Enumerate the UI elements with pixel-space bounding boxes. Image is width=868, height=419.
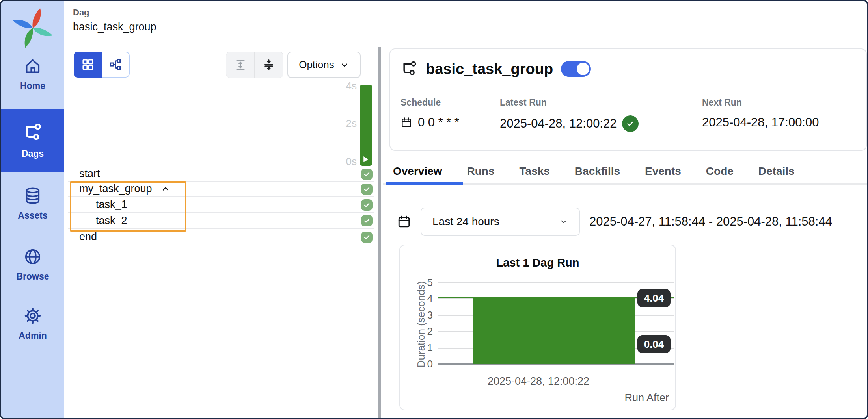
y-axis-spine: [438, 282, 438, 364]
dag-icon: [22, 122, 43, 143]
task-row-task-1[interactable]: task_1: [68, 197, 374, 213]
task-row-end[interactable]: end: [68, 229, 374, 245]
sidebar-item-assets[interactable]: Assets: [1, 172, 64, 235]
schedule-value: 0 0 * * *: [418, 115, 459, 130]
y-tick: 2: [413, 325, 433, 337]
task-state-success-icon[interactable]: [361, 199, 373, 211]
time-range-selected: Last 24 hours: [432, 215, 499, 228]
grid-view-button[interactable]: [74, 52, 102, 78]
sidebar-item-label: Admin: [19, 330, 47, 341]
graph-icon: [109, 58, 123, 71]
chevron-up-icon: [161, 184, 170, 194]
duration-axis-2s: 2s: [321, 117, 357, 130]
y-tick: 1: [413, 342, 433, 354]
task-row-my-task-group[interactable]: my_task_group: [68, 182, 374, 197]
task-state-success-icon[interactable]: [361, 169, 373, 180]
latest-run-value[interactable]: 2025-04-28, 12:00:22: [500, 117, 617, 131]
chart-legend: Run After: [624, 392, 669, 404]
expand-vertical-icon: [234, 59, 247, 71]
collapse-group-caret[interactable]: [161, 184, 170, 194]
gear-icon: [24, 307, 42, 325]
latest-run-label: Latest Run: [500, 97, 547, 108]
graph-view-button[interactable]: [102, 52, 130, 78]
y-tick: 3: [413, 309, 433, 321]
tab-details[interactable]: Details: [758, 165, 795, 178]
gridline: [438, 282, 674, 283]
task-name: end: [68, 231, 97, 243]
sidebar-item-label: Dags: [22, 148, 44, 159]
sidebar-item-label: Home: [20, 81, 45, 91]
breadcrumb: Dag: [73, 7, 89, 18]
task-state-success-icon[interactable]: [361, 184, 373, 195]
queued-duration-value-chip: 0.04: [637, 335, 671, 353]
home-icon: [24, 57, 42, 75]
task-name: task_1: [68, 198, 127, 211]
time-range-select[interactable]: Last 24 hours: [421, 208, 580, 236]
task-row-start[interactable]: start: [68, 167, 374, 182]
options-label: Options: [299, 59, 334, 71]
active-tab-indicator: [386, 182, 463, 185]
dag-detail-pane: basic_task_group Schedule Latest Run Nex…: [381, 1, 868, 418]
expand-all-groups-button[interactable]: [226, 52, 255, 78]
calendar-icon: [397, 215, 411, 229]
task-name: start: [68, 168, 100, 180]
duration-axis-4s: 4s: [321, 80, 357, 92]
time-filter-row: Last 24 hours 2025-04-27, 11:58:44 - 202…: [397, 208, 832, 236]
next-run-value: 2025-04-28, 17:00:00: [702, 115, 819, 130]
pane-resize-divider[interactable]: [378, 47, 381, 419]
airflow-dag-page: Home Dags Assets Browse: [0, 0, 868, 419]
toggle-knob: [577, 63, 589, 75]
group-expand-controls: [226, 52, 283, 78]
task-name: task_2: [68, 215, 127, 227]
task-state-success-icon[interactable]: [361, 215, 373, 226]
tab-runs[interactable]: Runs: [467, 165, 495, 178]
chart-x-tick-label: 2025-04-28, 12:00:22: [438, 375, 639, 387]
chevron-down-icon: [340, 60, 349, 70]
tab-tasks[interactable]: Tasks: [520, 165, 550, 178]
sidebar-nav: Home Dags Assets Browse: [1, 1, 64, 418]
sidebar-item-dags[interactable]: Dags: [1, 109, 64, 172]
chart-title: Last 1 Dag Run: [400, 256, 675, 269]
sidebar-item-label: Browse: [16, 271, 49, 282]
dag-grid-pane: Dag basic_task_group: [64, 1, 378, 418]
last-dag-run-chart-card: Last 1 Dag Run Duration (seconds) 5 4 3 …: [399, 245, 676, 410]
dag-tabs: Overview Runs Tasks Backfills Events Cod…: [393, 165, 795, 178]
calendar-icon: [400, 117, 412, 128]
y-tick: 0: [413, 358, 433, 370]
chevron-down-icon: [559, 217, 568, 226]
tab-events[interactable]: Events: [645, 165, 681, 178]
tab-backfills[interactable]: Backfills: [575, 165, 620, 178]
sidebar-item-home[interactable]: Home: [1, 48, 64, 100]
time-range-text: 2025-04-27, 11:58:44 - 2025-04-28, 11:58…: [589, 215, 832, 229]
tab-overview[interactable]: Overview: [393, 165, 442, 178]
grid-icon: [81, 58, 95, 71]
options-dropdown-button[interactable]: Options: [287, 52, 361, 78]
task-row-task-2[interactable]: task_2: [68, 213, 374, 229]
task-state-success-icon[interactable]: [361, 232, 373, 243]
airflow-logo[interactable]: [10, 5, 56, 51]
dag-icon: [400, 60, 418, 78]
y-tick: 5: [413, 276, 433, 289]
dag-pause-toggle[interactable]: [561, 61, 591, 77]
task-group-name: my_task_group: [68, 183, 152, 195]
next-run-label: Next Run: [702, 97, 742, 108]
collapse-vertical-icon: [263, 59, 275, 71]
tab-code[interactable]: Code: [706, 165, 734, 178]
run-success-badge: [622, 115, 639, 132]
total-duration-value-chip: 4.04: [637, 289, 671, 307]
dag-title: basic_task_group: [426, 61, 553, 78]
database-icon: [24, 187, 42, 205]
schedule-label: Schedule: [400, 97, 441, 108]
dag-header-card: basic_task_group Schedule Latest Run Nex…: [389, 48, 867, 151]
latest-run-value-row: 2025-04-28, 12:00:22: [500, 115, 639, 132]
sidebar-item-browse[interactable]: Browse: [1, 235, 64, 294]
dag-id-breadcrumb: basic_task_group: [73, 21, 156, 33]
duration-axis-0s: 0s: [321, 156, 357, 168]
play-icon: [363, 156, 369, 162]
collapse-all-groups-button[interactable]: [255, 52, 283, 78]
y-tick: 4: [413, 293, 433, 305]
sidebar-item-admin[interactable]: Admin: [1, 294, 64, 353]
next-run-value-row: 2025-04-28, 17:00:00: [702, 115, 819, 130]
dag-run-bar[interactable]: [473, 298, 635, 364]
dag-run-duration-bar[interactable]: [360, 85, 372, 166]
